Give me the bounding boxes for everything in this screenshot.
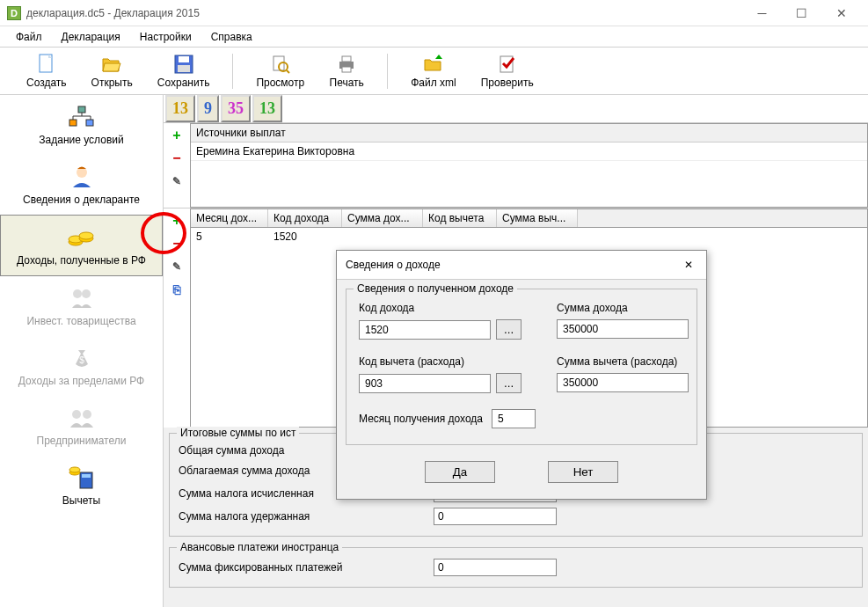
rate-num: 35 [228,99,244,118]
menubar: Файл Декларация Настройки Справка [0,26,868,48]
repeat-income-button[interactable]: ⎘ [168,281,186,298]
month-input[interactable] [492,409,536,428]
toolbar-separator [232,54,233,89]
open-label: Открыть [91,77,133,89]
advance-label: Сумма фиксированных платежей [179,561,434,574]
coins-icon [66,224,98,251]
calculator-icon [66,464,98,491]
income-sum-input[interactable] [557,319,689,339]
sidebar-item-income-rf[interactable]: Доходы, полученные в РФ [0,215,163,276]
dialog-no-button[interactable]: Нет [548,461,618,483]
edit-income-button[interactable]: ✎ [168,258,186,275]
toolbar-separator [387,54,388,89]
create-label: Создать [26,77,67,89]
save-label: Сохранить [157,77,210,89]
ded-code-lookup[interactable]: ... [496,373,522,393]
edit-source-button[interactable]: ✎ [168,172,186,190]
svg-rect-2 [179,56,189,62]
svg-rect-8 [342,56,351,62]
sidebar-label: Доходы, полученные в РФ [17,254,146,267]
menu-declaration[interactable]: Декларация [55,28,128,46]
ded-sum-label: Сумма вычета (расхода) [557,355,689,368]
sidebar-label: Инвест. товарищества [26,315,135,327]
sidebar-label: Доходы за пределами РФ [18,375,144,387]
rate-tab-13b[interactable]: 13 [252,95,282,122]
sidebar-label: Задание условий [39,134,123,146]
svg-point-23 [72,410,81,419]
sidebar-item-declarant[interactable]: Сведения о декларанте [0,155,163,215]
sidebar: Задание условий Сведения о декларанте До… [0,95,164,607]
rate-tab-35[interactable]: 35 [221,95,251,122]
income-code-input[interactable] [359,320,491,340]
file-xml-label: Файл xml [411,77,456,89]
svg-point-21 [82,289,91,298]
dialog-close-button[interactable]: ✕ [680,256,697,274]
minimize-button[interactable]: ─ [742,1,782,26]
tax-withheld-label: Сумма налога удержанная [179,510,434,523]
sidebar-item-invest[interactable]: Инвест. товарищества [0,276,163,336]
income-dialog: Сведения о доходе ✕ Сведения о полученно… [336,250,707,500]
svg-rect-26 [82,474,91,478]
menu-settings[interactable]: Настройки [133,28,199,46]
income-sum-label: Сумма дохода [557,302,689,314]
content-area: 13 9 35 13 + − ✎ Источники выплат Еремин… [164,95,868,607]
col-ded-code[interactable]: Код вычета [423,209,497,227]
partnership-icon [66,285,98,311]
menu-help[interactable]: Справка [204,28,259,46]
dialog-yes-button[interactable]: Да [425,461,495,483]
col-code[interactable]: Код дохода [268,209,342,227]
print-button[interactable]: Печать [320,50,373,92]
remove-income-button[interactable]: − [168,235,186,252]
sources-header: Источники выплат [191,124,867,143]
rate-tab-13a[interactable]: 13 [165,95,195,122]
floppy-icon [173,54,194,75]
org-chart-icon [66,104,98,130]
save-button[interactable]: Сохранить [149,50,219,92]
tax-withheld-input[interactable] [434,508,557,525]
app-icon: D [7,6,21,20]
check-button[interactable]: Проверить [472,50,543,92]
magnifier-icon [270,54,291,75]
income-row[interactable]: 5 1520 [191,228,867,245]
printer-icon [336,54,357,75]
col-sum[interactable]: Сумма дох... [342,209,423,227]
rate-num: 9 [204,99,212,118]
preview-label: Просмотр [256,77,304,89]
rate-tabs: 13 9 35 13 [164,95,868,123]
preview-button[interactable]: Просмотр [247,50,313,92]
advance-title: Авансовые платежи иностранца [177,541,342,553]
svg-point-19 [79,232,93,239]
file-xml-button[interactable]: Файл xml [402,50,465,92]
svg-rect-3 [178,65,190,72]
advance-input[interactable] [434,559,557,576]
check-label: Проверить [481,77,534,89]
ded-code-input[interactable] [359,374,491,393]
sidebar-item-income-abroad[interactable]: $ Доходы за пределами РФ [0,336,163,396]
svg-rect-13 [86,120,93,126]
open-button[interactable]: Открыть [83,50,142,92]
close-button[interactable]: ✕ [821,1,861,26]
add-source-button[interactable]: + [168,127,186,144]
sidebar-item-conditions[interactable]: Задание условий [0,95,163,155]
titlebar: D декларация.dc5 - Декларация 2015 ─ ☐ ✕ [0,0,868,26]
remove-source-button[interactable]: − [168,150,186,167]
maximize-button[interactable]: ☐ [782,1,821,26]
sidebar-item-entrepreneurs[interactable]: Предприниматели [0,396,163,456]
create-button[interactable]: Создать [18,50,76,92]
col-month[interactable]: Месяц дох... [191,209,268,227]
income-code-lookup[interactable]: ... [496,319,522,340]
source-row[interactable]: Еремина Екатерина Викторовна [191,143,867,161]
col-ded-sum[interactable]: Сумма выч... [497,209,578,227]
ded-sum-input[interactable] [557,373,689,392]
sidebar-item-deductions[interactable]: Вычеты [0,456,163,516]
group-icon [66,405,98,431]
svg-text:$: $ [79,355,84,365]
rate-tab-9[interactable]: 9 [197,95,219,122]
add-income-button[interactable]: + [168,212,186,230]
sources-list[interactable]: Источники выплат Еремина Екатерина Викто… [190,123,868,208]
advance-group: Авансовые платежи иностранца Сумма фикси… [169,547,863,588]
menu-file[interactable]: Файл [9,28,49,46]
rate-num: 13 [259,99,275,118]
income-code-label: Код дохода [359,302,522,314]
folder-open-icon [101,54,122,75]
